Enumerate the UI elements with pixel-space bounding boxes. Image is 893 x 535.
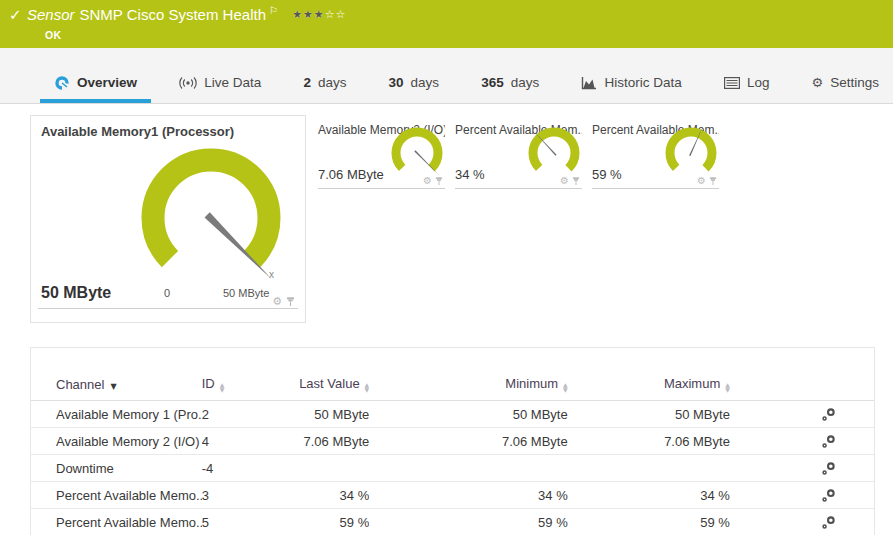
edit-channel-icon[interactable] <box>821 461 836 476</box>
channel-table-panel: Channel▼ ID▲▼ Last Value▲▼ Minimum▲▼ Max… <box>30 347 875 535</box>
status-check-icon: ✓ <box>9 6 22 24</box>
gauge-title: Available Memory1 (Processor) <box>41 124 234 139</box>
tile-gear-icon[interactable]: ⚙ <box>560 175 569 186</box>
pin-icon[interactable] <box>572 176 580 186</box>
minimum-value: 59 % <box>369 509 567 535</box>
tab-2-days[interactable]: 2 days <box>289 48 360 103</box>
primary-gauge <box>131 138 291 288</box>
gauge-tile-percent-memory-1: Percent Available Mem... 34 % ⚙ <box>455 117 582 189</box>
tab-log[interactable]: Log <box>710 48 784 103</box>
sort-desc-icon: ▼ <box>110 382 116 391</box>
status-badge: OK <box>45 29 61 41</box>
maximum-value: 7.06 MByte <box>568 428 730 455</box>
sensor-name: SNMP Cisco System Health <box>80 6 266 23</box>
channel-id: 4 <box>202 428 291 455</box>
column-header-minimum[interactable]: Minimum▲▼ <box>369 348 567 401</box>
pin-icon[interactable] <box>709 176 717 186</box>
gauge-value: 7.06 MByte <box>318 167 384 182</box>
tab-30-days[interactable]: 30 days <box>375 48 454 103</box>
channel-name: Percent Available Memo... <box>31 482 202 509</box>
tile-gear-icon[interactable]: ⚙ <box>272 295 282 308</box>
table-row: Percent Available Memo... 3 34 % 34 % 34… <box>31 482 874 509</box>
tile-divider <box>592 188 719 189</box>
tab-label: days <box>318 75 347 90</box>
column-header-channel[interactable]: Channel▼ <box>31 348 202 401</box>
tab-365-days[interactable]: 365 days <box>467 48 553 103</box>
edit-channel-icon[interactable] <box>821 488 836 503</box>
gauge-value: 59 % <box>592 167 622 182</box>
column-header-id[interactable]: ID▲▼ <box>202 348 291 401</box>
pin-icon[interactable] <box>435 176 443 186</box>
tab-label: Overview <box>77 75 137 90</box>
gear-icon: ⚙ <box>812 75 824 90</box>
tab-historic-data[interactable]: Historic Data <box>567 48 695 103</box>
gauge-tile-available-memory2: Available Memory2 (I/O) 7.06 MByte ⚙ <box>318 117 445 189</box>
star-empty-icons[interactable]: ☆☆ <box>325 8 347 21</box>
live-data-icon <box>179 76 197 90</box>
needle-tip-marker: x <box>269 269 274 280</box>
minimum-value <box>369 455 567 482</box>
table-row: Percent Available Memo... 5 59 % 59 % 59… <box>31 509 874 535</box>
channel-table: Channel▼ ID▲▼ Last Value▲▼ Minimum▲▼ Max… <box>31 348 874 535</box>
tab-label: days <box>511 75 540 90</box>
channel-id: 5 <box>202 509 291 535</box>
sort-both-icon: ▲▼ <box>365 382 370 392</box>
sort-both-icon: ▲▼ <box>563 382 568 392</box>
tab-label: days <box>411 75 440 90</box>
object-kind-label: Sensor <box>27 6 75 23</box>
minimum-value: 50 MByte <box>369 401 567 428</box>
sensor-header: ✓ SensorSNMP Cisco System Health⚐ ★★★☆☆ … <box>0 0 893 48</box>
chart-icon <box>581 76 597 90</box>
tile-gear-icon[interactable]: ⚙ <box>423 175 432 186</box>
flag-icon: ⚐ <box>269 5 278 16</box>
column-header-last-value[interactable]: Last Value▲▼ <box>290 348 369 401</box>
channel-id: 3 <box>202 482 291 509</box>
tab-bar: Overview Live Data 2 days 30 days 365 da… <box>0 48 893 104</box>
page-title: SensorSNMP Cisco System Health⚐ ★★★☆☆ <box>27 5 346 23</box>
gauge-scale-min: 0 <box>164 287 170 299</box>
sort-both-icon: ▲▼ <box>220 382 225 392</box>
tile-gear-icon[interactable]: ⚙ <box>697 175 706 186</box>
table-row: Downtime -4 <box>31 455 874 482</box>
maximum-value: 34 % <box>568 482 730 509</box>
channel-name: Available Memory 1 (Pro... <box>31 401 202 428</box>
minimum-value: 7.06 MByte <box>369 428 567 455</box>
last-value: 34 % <box>290 482 369 509</box>
last-value <box>290 455 369 482</box>
tile-divider <box>318 188 445 189</box>
last-value: 50 MByte <box>290 401 369 428</box>
gauge-value: 34 % <box>455 167 485 182</box>
channel-name: Available Memory 2 (I/O) <box>31 428 202 455</box>
log-icon <box>724 77 740 89</box>
channel-id: 2 <box>202 401 291 428</box>
sort-both-icon: ▲▼ <box>725 382 730 392</box>
tab-label: Settings <box>830 75 879 90</box>
table-row: Available Memory 2 (I/O) 4 7.06 MByte 7.… <box>31 428 874 455</box>
gauge-icon <box>54 75 70 91</box>
priority-stars[interactable]: ★★★☆☆ <box>292 8 346 20</box>
tab-settings[interactable]: ⚙ Settings <box>798 48 893 103</box>
maximum-value: 59 % <box>568 509 730 535</box>
tab-label: Log <box>747 75 770 90</box>
pin-icon[interactable] <box>286 296 295 307</box>
small-gauge-tiles: Available Memory2 (I/O) 7.06 MByte ⚙ Per… <box>318 117 719 189</box>
channel-name: Percent Available Memo... <box>31 509 202 535</box>
channel-name: Downtime <box>31 455 202 482</box>
edit-channel-icon[interactable] <box>821 434 836 449</box>
edit-channel-icon[interactable] <box>821 515 836 530</box>
maximum-value <box>568 455 730 482</box>
tab-overview[interactable]: Overview <box>40 48 151 103</box>
primary-gauge-tile: Available Memory1 (Processor) x 0 50 MBy… <box>30 115 306 323</box>
minimum-value: 34 % <box>369 482 567 509</box>
tab-label: Historic Data <box>604 75 681 90</box>
maximum-value: 50 MByte <box>568 401 730 428</box>
tab-live-data[interactable]: Live Data <box>165 48 275 103</box>
table-header-row: Channel▼ ID▲▼ Last Value▲▼ Minimum▲▼ Max… <box>31 348 874 401</box>
column-header-maximum[interactable]: Maximum▲▼ <box>568 348 730 401</box>
tile-divider <box>455 188 582 189</box>
gauge-value: 50 MByte <box>41 284 111 302</box>
star-filled-icons[interactable]: ★★★ <box>292 8 325 21</box>
last-value: 7.06 MByte <box>290 428 369 455</box>
edit-channel-icon[interactable] <box>821 407 836 422</box>
table-row: Available Memory 1 (Pro... 2 50 MByte 50… <box>31 401 874 428</box>
